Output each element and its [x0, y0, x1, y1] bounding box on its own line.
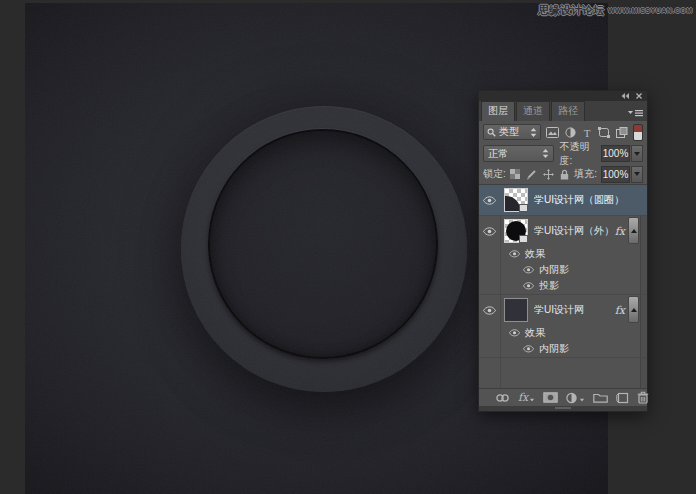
layer-thumbnail[interactable]	[504, 298, 528, 322]
tab-channels[interactable]: 通道	[516, 101, 550, 121]
type-layer-filter-icon[interactable]: T	[582, 127, 592, 138]
effect-visibility-toggle[interactable]	[523, 344, 534, 355]
effect-name: 内阴影	[539, 342, 569, 356]
fill-label: 填充:	[574, 167, 597, 181]
double-left-arrows-icon[interactable]	[621, 93, 629, 99]
add-layer-mask-icon[interactable]	[543, 392, 558, 403]
layer-visibility-toggle[interactable]	[479, 185, 500, 215]
effect-row[interactable]: 投影	[479, 278, 647, 294]
new-adjustment-layer-icon[interactable]	[566, 392, 585, 404]
layers-panel: 图层 通道 路径 类型 T	[478, 90, 648, 412]
effect-row[interactable]: 内阴影	[479, 262, 647, 278]
effects-header-row[interactable]: 效果	[479, 325, 647, 341]
eye-icon	[523, 282, 534, 290]
layer-row[interactable]: 学UI设计网（外）fx	[479, 216, 647, 246]
panel-resize-bar[interactable]	[479, 406, 647, 411]
eye-icon	[523, 345, 534, 353]
collapse-effects-button[interactable]	[628, 296, 639, 323]
close-icon[interactable]	[636, 93, 642, 99]
layer-row[interactable]: 学UI设计网（圆圈）	[479, 185, 647, 215]
filter-kind-select[interactable]: 类型	[483, 124, 541, 140]
watermark: 思缘设计论坛 WWW.MISSYUAN.COM	[538, 3, 693, 18]
layer-visibility-toggle[interactable]	[479, 295, 500, 325]
layer-group: 学UI设计网（外）fx效果内阴影投影	[479, 216, 647, 295]
layer-thumbnail[interactable]	[504, 219, 528, 243]
effects-header-row[interactable]: 效果	[479, 246, 647, 262]
effects-visibility-toggle[interactable]	[509, 249, 520, 260]
layer-filtering-switch[interactable]	[633, 124, 643, 141]
lock-buttons	[510, 169, 569, 180]
tab-layers[interactable]: 图层	[481, 101, 515, 121]
eye-icon	[509, 329, 520, 337]
eye-icon	[483, 196, 496, 205]
adjustment-layer-filter-icon[interactable]	[565, 127, 576, 138]
layer-name[interactable]: 学UI设计网	[534, 303, 584, 317]
lock-position-icon[interactable]	[543, 169, 554, 180]
eye-icon	[523, 266, 534, 274]
effects-visibility-toggle[interactable]	[509, 328, 520, 339]
eye-icon	[509, 250, 520, 258]
lock-all-icon[interactable]	[560, 169, 569, 180]
svg-text:T: T	[584, 127, 591, 138]
layer-list: 学UI设计网（圆圈）学UI设计网（外）fx效果内阴影投影学UI设计网fx效果内阴…	[479, 184, 647, 388]
watermark-title: 思缘设计论坛	[538, 3, 604, 18]
add-layer-style-icon[interactable]: fx	[518, 392, 535, 403]
fx-badge: fx	[615, 304, 625, 317]
effects-label: 效果	[525, 326, 545, 340]
thumbnail-badge-icon	[519, 204, 528, 212]
effect-visibility-toggle[interactable]	[523, 281, 534, 292]
lock-label: 锁定:	[483, 167, 506, 181]
eye-icon	[483, 306, 496, 315]
thumbnail-badge-icon	[519, 235, 528, 243]
filter-type-buttons: T	[546, 127, 628, 138]
knob-inner-circle	[208, 129, 438, 359]
shape-layer-filter-icon[interactable]	[598, 127, 610, 138]
new-layer-icon[interactable]	[616, 392, 629, 404]
resize-grip	[555, 407, 571, 409]
new-group-icon[interactable]	[593, 392, 608, 403]
lock-pixels-icon[interactable]	[526, 169, 537, 180]
collapse-effects-button[interactable]	[628, 217, 639, 244]
link-layers-icon[interactable]	[495, 392, 510, 404]
fill-value[interactable]: 100%	[601, 166, 630, 183]
panel-tabs: 图层 通道 路径	[479, 101, 647, 121]
layer-group: 学UI设计网（圆圈）	[479, 185, 647, 216]
effect-row[interactable]: 内阴影	[479, 341, 647, 357]
blend-mode-select[interactable]: 正常	[483, 145, 554, 162]
knob-outer-circle	[181, 106, 467, 392]
layer-thumbnail[interactable]	[504, 188, 528, 212]
eye-icon	[483, 227, 496, 236]
fx-badge: fx	[615, 225, 625, 238]
layer-name[interactable]: 学UI设计网（圆圈）	[534, 193, 624, 207]
layer-row[interactable]: 学UI设计网fx	[479, 295, 647, 325]
blend-mode-value: 正常	[488, 147, 539, 161]
panel-footer: fx	[479, 388, 647, 406]
layer-visibility-toggle[interactable]	[479, 216, 500, 246]
effects-label: 效果	[525, 247, 545, 261]
fill-combo: 100%	[601, 166, 643, 183]
panel-menu-icon[interactable]	[628, 108, 643, 117]
lock-transparency-icon[interactable]	[510, 169, 520, 179]
watermark-subtitle: WWW.MISSYUAN.COM	[608, 7, 693, 14]
pixel-layer-filter-icon[interactable]	[546, 127, 559, 138]
blend-options-bar: 正常 不透明度: 100%	[479, 143, 647, 164]
thumbnail-shape	[505, 196, 520, 211]
fill-dropdown-button[interactable]	[631, 166, 643, 183]
layer-name[interactable]: 学UI设计网（外）	[534, 224, 614, 238]
smart-object-filter-icon[interactable]	[616, 127, 628, 138]
opacity-combo: 100%	[601, 145, 643, 162]
opacity-dropdown-button[interactable]	[631, 145, 643, 162]
delete-layer-icon[interactable]	[637, 391, 649, 404]
updown-arrows-icon	[542, 149, 549, 158]
effect-visibility-toggle[interactable]	[523, 265, 534, 276]
photoshop-workspace: 思缘设计论坛 WWW.MISSYUAN.COM 图层 通道 路径 类型	[0, 0, 696, 494]
search-icon	[487, 128, 496, 137]
filter-kind-label: 类型	[499, 125, 527, 139]
layer-group: 学UI设计网fx效果内阴影	[479, 295, 647, 358]
opacity-value[interactable]: 100%	[601, 145, 630, 162]
lock-options-bar: 锁定: 填充: 100%	[479, 164, 647, 184]
updown-arrows-icon	[530, 128, 537, 137]
tab-paths[interactable]: 路径	[551, 101, 585, 121]
effect-name: 内阴影	[539, 263, 569, 277]
effect-name: 投影	[539, 279, 559, 293]
